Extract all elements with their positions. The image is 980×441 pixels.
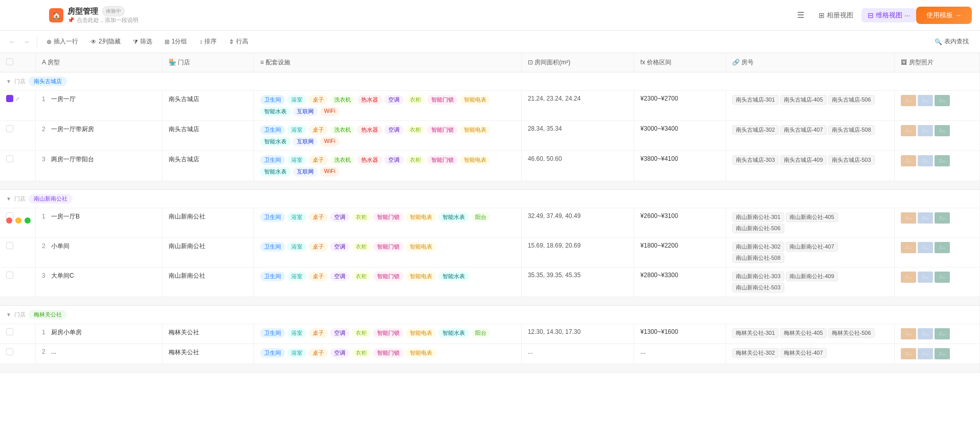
svg-rect-16 [938,158,946,164]
nav-back-button[interactable]: ← [6,37,18,46]
facility-tag: 衣柜 [406,125,425,135]
close-button[interactable] [6,217,12,224]
svg-point-23 [940,216,942,218]
svg-rect-34 [938,274,946,280]
svg-point-17 [940,159,942,161]
hide-cols-button[interactable]: 👁 2列隐藏 [85,35,126,48]
facility-tag: 衣柜 [352,328,371,338]
sort-button[interactable]: ↕ 排序 [194,35,222,48]
room-number: 梅林关公社-405 [780,328,827,338]
filter-button[interactable]: ⧩ 筛选 [128,35,157,48]
area-cell: 46.60, 50.60 [521,151,634,181]
facility-tag: 衣柜 [406,155,425,165]
svg-point-25 [906,246,908,248]
window-controls [6,217,31,224]
row-checkbox[interactable] [6,348,13,355]
tab-menu[interactable]: ☰ [791,8,810,22]
facility-tag: WiFi [320,167,339,177]
room-name-cell: 2 小单间 [36,238,162,267]
room-number: 南山新南公社-508 [732,253,784,263]
room-number: 南头古城店-301 [732,95,779,105]
room-numbers-cell: 南头古城店-301南头古城店-405南头古城店-506 [726,91,895,121]
store-name: 南头古城店 [169,156,199,163]
use-template-button[interactable]: 使用模板 → [916,7,972,24]
header-checkbox[interactable] [6,58,13,65]
row-checkbox[interactable] [6,155,13,162]
search-button[interactable]: 🔍 表内查找 [929,35,974,48]
minimize-button[interactable] [15,217,21,224]
row-checkbox-cell [0,121,36,151]
table-row: 3 两房一厅带阳台 南头古城店 卫生间浴室桌子洗衣机热水器空调衣柜智能门锁智能电… [0,151,980,181]
table-container: A 房型 🏪 门店 ≡ 配套设施 ⊡ 房间面积(m²) fx 价格区间 🔗 房号 [0,53,980,441]
facility-tag: 智能门锁 [373,348,404,358]
more-icon[interactable]: ··· [904,11,911,19]
row-checkbox[interactable] [6,328,13,335]
room-number: 南山新南公社-407 [786,242,838,252]
store-name: 南头古城店 [169,95,199,103]
room-numbers-cell: 南头古城店-302南头古城店-407南头古城店-508 [726,121,895,151]
svg-point-39 [923,332,925,334]
svg-rect-30 [904,274,913,280]
svg-point-5 [940,99,942,101]
facility-tag: 热水器 [357,95,382,105]
col-photos: 🖼 房型照片 [895,53,980,72]
col-room-type: A 房型 [36,53,162,72]
area-value: 32.49, 37.49, 40.49 [528,212,580,219]
facility-tag: 桌子 [309,328,328,338]
group-store-label: 门店 [14,78,26,85]
group-collapse-icon[interactable]: ▼ [6,79,11,84]
filter-icon: ⧩ [133,38,138,45]
svg-rect-46 [938,351,946,357]
group-collapse-icon[interactable]: ▼ [6,312,11,317]
facility-tag: 智能电表 [406,272,436,281]
facility-tag: 智能门锁 [373,328,404,338]
facility-tag: 空调 [330,212,349,222]
area-cell: 15.69, 18.69, 20.69 [521,238,634,267]
row-height-button[interactable]: ⇕ 行高 [224,35,253,48]
group-button[interactable]: ⊞ 1分组 [159,35,193,48]
row-checkbox[interactable] [6,242,13,249]
svg-rect-2 [921,97,929,104]
room-number: 南头古城店-506 [828,95,875,105]
row-checkbox[interactable] [6,272,13,279]
svg-point-37 [906,332,908,334]
row-checkbox[interactable] [6,125,13,132]
maximize-button[interactable] [25,217,31,224]
row-checkbox-cell [0,151,36,181]
facility-tag: 智能门锁 [427,155,458,165]
sort-icon: ↕ [199,38,202,45]
facility-tag: 桌子 [309,242,328,252]
facility-tag: 浴室 [287,328,307,338]
room-name-cell: 2 ... [36,344,162,364]
app-icon: 🏠 [49,8,63,22]
col-price: fx 价格区间 [634,53,726,72]
row-checkbox[interactable] [6,95,13,102]
price-value: ¥1300~¥1600 [640,328,678,335]
facility-tag: 智能水表 [438,328,469,338]
room-name-cell: 1 一房一厅B [36,208,162,238]
nav-forward-button[interactable]: → [20,37,33,46]
tab-grid[interactable]: ⊟ 维格视图 ··· [861,8,917,22]
area-cell: 12.30, 14.30, 17.30 [521,324,634,344]
tab-gallery[interactable]: ⊞ 相册视图 [812,8,859,22]
room-numbers-cell: 南山新南公社-303南山新南公社-409南山新南公社-503 [726,267,895,297]
facility-tag: 浴室 [287,155,307,165]
store-cell: 南头古城店 [162,151,254,181]
facilities-cell: 卫生间浴室桌子空调衣柜智能门锁智能电表智能水表阳台 [254,324,522,344]
facility-tag: 卫生间 [260,272,285,281]
facility-tag: 空调 [330,328,349,338]
table-row: 1 厨房小单房 梅林关公社 卫生间浴室桌子空调衣柜智能门锁智能电表智能水表阳台 … [0,324,980,344]
store-name: 南头古城店 [169,126,199,133]
svg-rect-18 [904,215,913,221]
photos-cell [895,267,980,297]
facility-tag: 浴室 [287,125,307,135]
facility-tag: 智能电表 [460,125,491,135]
price-cell: ¥2600~¥3100 [634,208,726,238]
facility-tag: 空调 [330,272,349,281]
photos-cell [895,344,980,364]
area-cell: 28.34, 35.34 [521,121,634,151]
col-store: 🏪 门店 [162,53,254,72]
room-name: 一房一厅B [51,213,80,220]
group-collapse-icon[interactable]: ▼ [6,196,11,202]
insert-row-button[interactable]: ⊕ 插入一行 [41,35,83,48]
